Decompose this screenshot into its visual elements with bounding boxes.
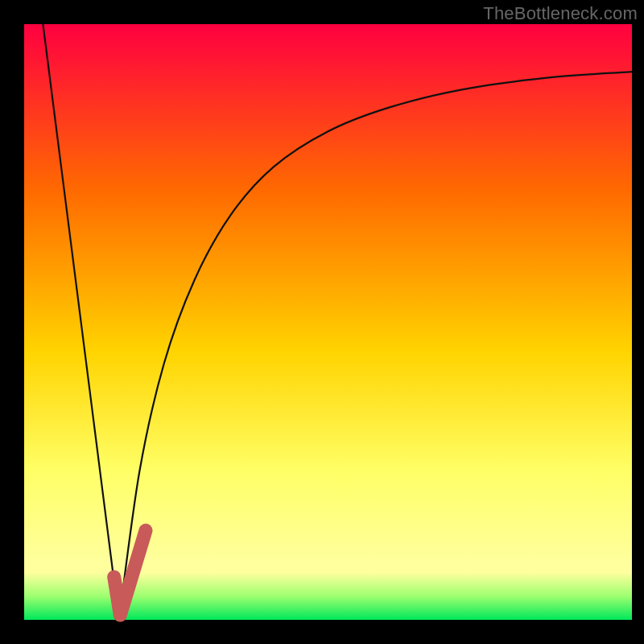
chart-stage: TheBottleneck.com [0, 0, 644, 644]
attribution-label: TheBottleneck.com [483, 3, 638, 24]
plot-background [24, 24, 632, 620]
bottleneck-chart [0, 0, 644, 644]
